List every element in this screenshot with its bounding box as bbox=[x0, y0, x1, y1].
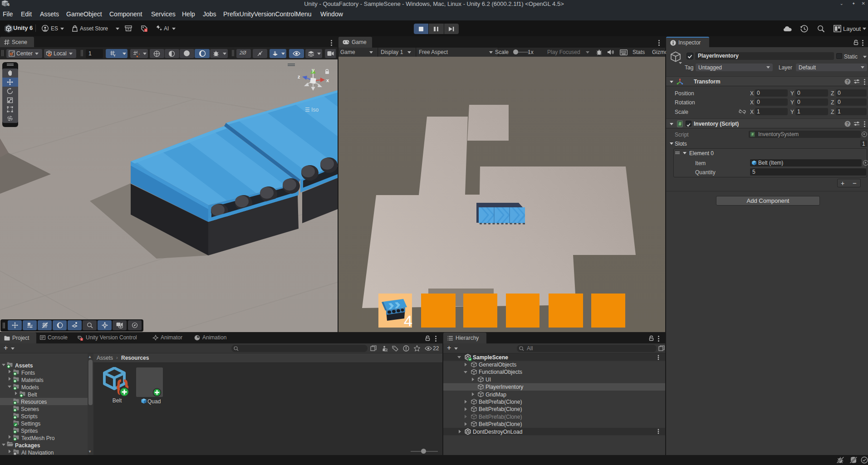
svg-text:?: ? bbox=[846, 122, 849, 127]
svg-text:BeltPrefab(Clone): BeltPrefab(Clone) bbox=[479, 414, 522, 420]
svg-text:#: # bbox=[678, 121, 681, 127]
svg-text:Resources: Resources bbox=[21, 399, 47, 405]
svg-text:UI: UI bbox=[485, 377, 491, 383]
svg-text:DontDestroyOnLoad: DontDestroyOnLoad bbox=[473, 429, 522, 435]
svg-text:FunctionalObjects: FunctionalObjects bbox=[479, 369, 522, 375]
svg-text:GeneralObjects: GeneralObjects bbox=[479, 362, 516, 368]
svg-text:PlayerInventory: PlayerInventory bbox=[485, 384, 523, 390]
svg-text:4: 4 bbox=[404, 312, 412, 329]
svg-text:AI Navigation: AI Navigation bbox=[21, 450, 54, 455]
svg-text:Belt: Belt bbox=[28, 392, 37, 398]
svg-text:Packages: Packages bbox=[15, 442, 40, 449]
svg-text:y: y bbox=[312, 67, 315, 73]
svg-text:GridMap: GridMap bbox=[485, 392, 506, 398]
svg-text:SampleScene: SampleScene bbox=[473, 354, 508, 361]
svg-text:z: z bbox=[298, 74, 300, 79]
svg-text:TextMesh Pro: TextMesh Pro bbox=[21, 435, 55, 441]
svg-text:Settings: Settings bbox=[21, 421, 40, 427]
svg-text:BeltPrefab(Clone): BeltPrefab(Clone) bbox=[479, 399, 522, 405]
svg-text:Scripts: Scripts bbox=[21, 413, 38, 420]
svg-text:#: # bbox=[751, 132, 754, 137]
svg-text:BeltPrefab(Clone): BeltPrefab(Clone) bbox=[479, 421, 522, 427]
svg-text:Models: Models bbox=[21, 384, 39, 391]
svg-text:Materials: Materials bbox=[21, 377, 44, 383]
svg-text:Sprites: Sprites bbox=[21, 428, 38, 434]
svg-text:Fonts: Fonts bbox=[21, 370, 35, 376]
svg-text:Scenes: Scenes bbox=[21, 406, 39, 412]
svg-text:6: 6 bbox=[7, 2, 10, 7]
svg-text:BeltPrefab(Clone): BeltPrefab(Clone) bbox=[479, 406, 522, 412]
svg-text:x: x bbox=[326, 78, 329, 83]
svg-text:Assets: Assets bbox=[15, 362, 33, 369]
svg-text:?: ? bbox=[846, 79, 849, 84]
svg-text:Y: Y bbox=[113, 54, 116, 57]
